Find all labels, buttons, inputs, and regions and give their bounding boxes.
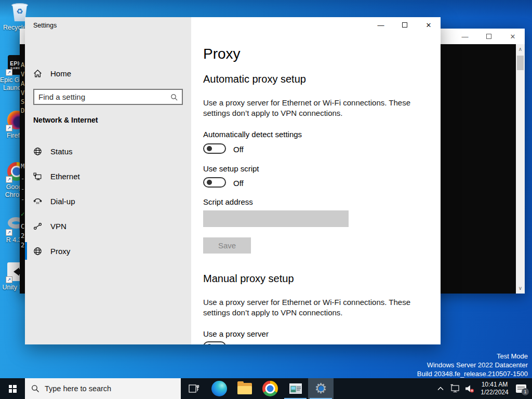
- save-button[interactable]: Save: [203, 237, 251, 254]
- windows-logo-icon: [9, 385, 17, 393]
- search-icon: [31, 384, 39, 393]
- setup-script-state: Off: [233, 179, 244, 188]
- status-icon: [33, 147, 42, 156]
- background-minimize-button[interactable]: —: [453, 29, 477, 44]
- edge-icon: [211, 381, 227, 396]
- edge-button[interactable]: [206, 378, 232, 399]
- desktop: ♻ Recycle Bin EPICGAMES ↗ Epic GamesLaun…: [0, 0, 532, 399]
- file-explorer-button[interactable]: [232, 378, 257, 399]
- vpn-icon: [33, 222, 42, 231]
- automatic-proxy-description: Use a proxy server for Ethernet or Wi-Fi…: [203, 98, 422, 118]
- dial-up-icon: [33, 197, 42, 206]
- use-proxy-server-toggle[interactable]: [203, 341, 226, 344]
- sidebar-section-header: Network & Internet: [33, 116, 98, 124]
- sidebar-item-label: Proxy: [50, 247, 70, 256]
- sidebar-item-label: VPN: [50, 222, 66, 231]
- shortcut-arrow-icon: ↗: [6, 176, 12, 183]
- search-icon[interactable]: [170, 94, 182, 101]
- settings-taskbar-button[interactable]: ⚙: [308, 378, 334, 399]
- settings-gear-icon: ⚙: [313, 381, 329, 396]
- background-maximize-button[interactable]: [477, 29, 501, 44]
- scrollbar-thumb[interactable]: [517, 56, 524, 70]
- tray-clock[interactable]: 10:41 AM 1/22/2024: [478, 381, 511, 396]
- settings-close-button[interactable]: ✕: [417, 17, 441, 33]
- shortcut-arrow-icon: ↗: [6, 69, 12, 76]
- automatic-proxy-heading: Automatic proxy setup: [203, 73, 306, 85]
- script-address-label: Script address: [203, 197, 253, 206]
- system-tray: 10:41 AM 1/22/2024 1: [434, 378, 532, 399]
- sidebar-item-label: Dial-up: [50, 197, 75, 206]
- system-app-button[interactable]: [283, 378, 308, 399]
- taskbar-search[interactable]: Type here to search: [25, 378, 181, 399]
- ethernet-icon: [33, 172, 42, 181]
- home-label: Home: [50, 69, 71, 78]
- chrome-button[interactable]: [257, 378, 283, 399]
- shortcut-arrow-icon: ↗: [6, 276, 12, 283]
- manual-proxy-heading: Manual proxy setup: [203, 273, 294, 285]
- sidebar-item-label: Status: [50, 147, 73, 156]
- manual-proxy-description: Use a proxy server for Ethernet or Wi-Fi…: [203, 297, 422, 317]
- proxy-page: Proxy Automatic proxy setup Use a proxy …: [203, 17, 441, 344]
- system-app-icon: [289, 383, 302, 394]
- chrome-icon: [262, 381, 278, 396]
- file-explorer-icon: [237, 383, 252, 394]
- setup-script-toggle[interactable]: [203, 177, 226, 188]
- sidebar-item-vpn[interactable]: VPN: [25, 216, 191, 236]
- tray-date: 1/22/2024: [478, 389, 511, 396]
- sidebar-item-ethernet[interactable]: Ethernet: [25, 166, 191, 187]
- detect-settings-label: Automatically detect settings: [203, 130, 302, 139]
- shortcut-arrow-icon: ↗: [6, 125, 12, 131]
- task-view-button[interactable]: [181, 378, 206, 399]
- scroll-up-icon[interactable]: ∧: [516, 45, 525, 54]
- network-icon[interactable]: [449, 378, 461, 399]
- settings-window: Settings — ✕ Home Find a setting Network…: [25, 17, 441, 344]
- find-setting-search[interactable]: Find a setting: [33, 89, 183, 105]
- setup-script-label: Use setup script: [203, 164, 259, 173]
- search-placeholder: Find a setting: [34, 92, 170, 101]
- background-close-button[interactable]: ✕: [501, 29, 525, 44]
- sidebar-item-home[interactable]: Home: [33, 64, 71, 83]
- sidebar-item-dial-up[interactable]: Dial-up: [25, 191, 191, 211]
- home-icon: [33, 69, 42, 78]
- detect-settings-toggle[interactable]: [203, 143, 226, 154]
- start-button[interactable]: [0, 378, 25, 399]
- notification-badge: 1: [522, 388, 529, 395]
- script-address-input[interactable]: [203, 210, 349, 227]
- use-proxy-server-label: Use a proxy server: [203, 329, 269, 338]
- sidebar-item-label: Ethernet: [50, 172, 80, 181]
- sidebar-item-status[interactable]: Status: [25, 141, 191, 162]
- background-scrollbar[interactable]: ∧ ∨: [516, 44, 525, 294]
- settings-maximize-button[interactable]: [393, 17, 417, 33]
- window-title: Settings: [33, 22, 57, 29]
- tray-time: 10:41 AM: [478, 381, 511, 389]
- page-title: Proxy: [203, 46, 241, 62]
- test-mode-watermark: Test Mode Windows Server 2022 Datacenter…: [417, 352, 528, 378]
- shortcut-arrow-icon: ↗: [6, 229, 12, 236]
- volume-muted-icon[interactable]: [463, 378, 476, 399]
- proxy-icon: [33, 247, 42, 256]
- taskbar-search-placeholder: Type here to search: [45, 384, 111, 393]
- taskbar: Type here to search ⚙ 10:41: [0, 378, 532, 399]
- notification-center-button[interactable]: 1: [513, 378, 529, 399]
- task-view-icon: [188, 383, 200, 394]
- detect-settings-state: Off: [233, 145, 244, 154]
- scroll-down-icon[interactable]: ∨: [516, 284, 525, 292]
- sidebar-item-proxy[interactable]: Proxy: [25, 241, 191, 261]
- settings-minimize-button[interactable]: —: [369, 17, 393, 33]
- tray-expand-chevron-icon[interactable]: [434, 378, 447, 399]
